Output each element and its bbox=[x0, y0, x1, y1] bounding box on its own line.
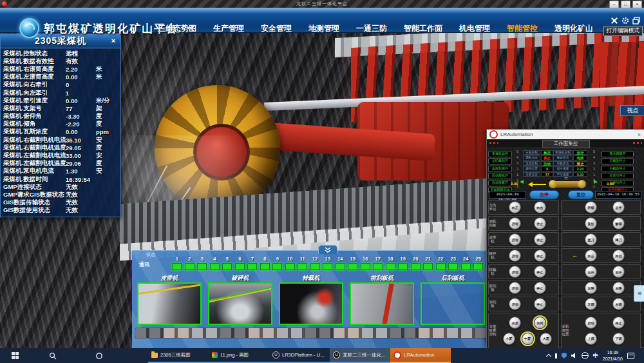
support-status-led[interactable] bbox=[411, 263, 421, 270]
mode-button[interactable]: 视点跟随开 bbox=[601, 151, 634, 157]
menu-item[interactable]: 生产管理 bbox=[205, 23, 252, 34]
control-button[interactable]: 大雾 bbox=[540, 333, 552, 345]
mode-button[interactable]: 自动喷雾开 bbox=[488, 180, 512, 186]
support-status-led[interactable] bbox=[423, 263, 433, 270]
support-status-led[interactable] bbox=[222, 263, 232, 270]
control-button[interactable]: 左降 bbox=[585, 282, 597, 294]
taskbar-app-button[interactable]: 2305三维截图 bbox=[148, 348, 209, 363]
control-button[interactable]: 启动 bbox=[509, 217, 521, 230]
control-button[interactable]: 停止 bbox=[534, 282, 546, 294]
menu-item[interactable]: 地测管理 bbox=[300, 23, 348, 34]
camera-thumbnail[interactable] bbox=[350, 282, 414, 325]
support-status-led[interactable] bbox=[461, 263, 471, 270]
camera-thumbnail[interactable] bbox=[137, 282, 202, 325]
support-status-led[interactable] bbox=[361, 263, 370, 270]
security-shield-icon[interactable] bbox=[562, 353, 567, 358]
taskbar-app-button[interactable]: 龙软二三维一体化... bbox=[330, 348, 390, 363]
control-button[interactable]: 解锁 bbox=[612, 217, 625, 230]
control-button[interactable]: 向右 bbox=[612, 250, 625, 262]
control-button[interactable]: 右升 bbox=[612, 266, 625, 278]
support-status-led[interactable] bbox=[398, 263, 408, 270]
control-button[interactable]: 下调 bbox=[612, 333, 625, 345]
support-status-led[interactable] bbox=[436, 263, 446, 270]
panel-back-chevron-button[interactable]: « bbox=[634, 285, 644, 302]
control-button[interactable]: 向左 bbox=[509, 201, 521, 213]
mode-button[interactable]: 远程割煤开 bbox=[488, 166, 512, 172]
reset-button[interactable]: 复位 bbox=[568, 190, 594, 199]
gear-icon[interactable] bbox=[621, 17, 629, 25]
support-status-led[interactable] bbox=[285, 263, 295, 270]
menu-item[interactable]: 智能工作面 bbox=[395, 23, 451, 34]
mode-button[interactable]: 记忆截割开 bbox=[488, 158, 512, 164]
minimize-button[interactable]: – bbox=[609, 1, 619, 8]
menu-item[interactable]: 智能管控 bbox=[498, 23, 546, 34]
control-button[interactable]: 向右 bbox=[534, 201, 546, 213]
start-button[interactable] bbox=[0, 348, 30, 363]
taskbar-search-button[interactable] bbox=[30, 348, 76, 363]
volume-icon[interactable] bbox=[571, 353, 577, 358]
support-status-led[interactable] bbox=[210, 263, 220, 270]
taskbar-app-button[interactable]: 11.png - 画图 bbox=[209, 348, 269, 363]
control-button[interactable]: 左升 bbox=[585, 266, 597, 278]
tray-expand-chevron-icon[interactable] bbox=[546, 353, 551, 358]
control-button[interactable]: 右调 bbox=[612, 298, 625, 310]
control-button[interactable]: 停止 bbox=[534, 266, 546, 278]
support-status-led[interactable] bbox=[323, 263, 332, 270]
control-button[interactable]: 降刀 bbox=[612, 233, 625, 246]
cortana-button[interactable] bbox=[76, 348, 122, 363]
panel-close-icon[interactable]: × bbox=[109, 36, 118, 45]
camera-thumbnail[interactable] bbox=[279, 282, 343, 325]
open-edit-mode-button[interactable]: 打开编辑模式 bbox=[603, 26, 643, 36]
control-button[interactable]: 右降 bbox=[612, 282, 625, 294]
support-status-led[interactable] bbox=[298, 263, 307, 270]
taskbar-app-button[interactable]: LR3DPlatform - U... bbox=[269, 348, 330, 363]
control-button[interactable]: 停止 bbox=[534, 217, 546, 230]
control-button[interactable]: 启动 bbox=[509, 266, 521, 278]
menu-item[interactable]: 三维态势图 bbox=[149, 23, 205, 34]
close-button[interactable]: × bbox=[632, 1, 642, 8]
control-button[interactable]: 左调 bbox=[585, 298, 597, 310]
support-status-led[interactable] bbox=[336, 263, 345, 270]
notification-center-icon[interactable] bbox=[627, 353, 634, 359]
support-status-led[interactable] bbox=[185, 263, 194, 270]
thumbnail-filmstrip[interactable] bbox=[135, 328, 487, 338]
menu-item[interactable]: 安全管理 bbox=[252, 23, 300, 34]
control-button[interactable]: 关闭 bbox=[534, 317, 546, 329]
taskbar-clock[interactable]: 16:39 2021/4/10 bbox=[603, 349, 623, 362]
mode-button[interactable]: 右截割停止 bbox=[601, 166, 634, 172]
menu-item[interactable]: 透明化矿山 bbox=[546, 23, 601, 34]
control-button[interactable]: 停止 bbox=[534, 233, 546, 246]
viewpoint-button[interactable]: 视点 bbox=[620, 105, 644, 116]
control-button[interactable]: 停止 bbox=[534, 298, 546, 310]
mode-button[interactable]: 采煤机远控 bbox=[488, 151, 512, 157]
menu-item[interactable]: 机电管理 bbox=[451, 23, 498, 34]
support-status-led[interactable] bbox=[172, 263, 182, 270]
control-button[interactable]: 启动 bbox=[509, 250, 521, 262]
mode-button[interactable]: 左牵引停止 bbox=[601, 173, 634, 179]
control-button[interactable]: 启动 bbox=[585, 317, 597, 329]
maximize-button[interactable]: □ bbox=[621, 1, 630, 8]
mode-button[interactable]: 自动跟机开 bbox=[488, 173, 512, 179]
emergency-stop-button[interactable]: 急停 bbox=[529, 190, 559, 199]
support-status-led[interactable] bbox=[348, 263, 357, 270]
support-status-led[interactable] bbox=[448, 263, 458, 270]
tools-icon[interactable] bbox=[611, 17, 618, 25]
control-button[interactable]: 总停 bbox=[612, 201, 625, 213]
support-status-led[interactable] bbox=[373, 263, 383, 270]
collapse-panel-button[interactable] bbox=[318, 245, 337, 254]
taskbar-app-button[interactable]: LRAutomation bbox=[390, 348, 451, 363]
support-status-led[interactable] bbox=[386, 263, 395, 270]
support-status-led[interactable] bbox=[197, 263, 207, 270]
camera-thumbnail[interactable] bbox=[421, 282, 485, 325]
control-button[interactable]: 启动 bbox=[509, 282, 521, 294]
control-button[interactable]: 小雾 bbox=[503, 333, 515, 345]
support-status-led[interactable] bbox=[260, 263, 270, 270]
restore-window-icon[interactable] bbox=[632, 17, 640, 25]
control-button[interactable]: 上调 bbox=[585, 333, 597, 345]
support-status-led[interactable] bbox=[235, 263, 245, 270]
control-button[interactable]: 停止 bbox=[612, 317, 625, 329]
menu-item[interactable]: 一通三防 bbox=[348, 23, 395, 34]
control-button[interactable]: 启动 bbox=[509, 298, 521, 310]
tab-workface-control[interactable]: 工作面集控 bbox=[542, 140, 590, 148]
ime-indicator[interactable]: 中 bbox=[593, 352, 598, 359]
